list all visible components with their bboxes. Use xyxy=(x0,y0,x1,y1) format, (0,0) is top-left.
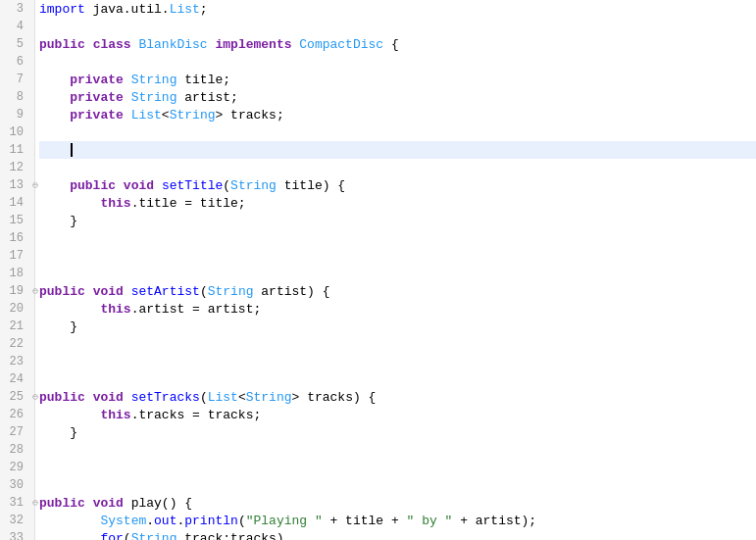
line-number: 29 xyxy=(0,461,29,474)
token-type: List xyxy=(208,390,238,405)
token-plain xyxy=(39,90,70,105)
code-line-11[interactable] xyxy=(39,141,756,159)
line-row-30: 30 xyxy=(0,476,34,494)
code-line-27[interactable]: } xyxy=(39,423,756,441)
code-line-30[interactable] xyxy=(39,476,756,494)
code-line-25[interactable]: public void setTracks(List<String> track… xyxy=(39,388,756,406)
code-line-7[interactable]: private String title; xyxy=(39,71,756,88)
token-plain xyxy=(124,284,131,299)
line-row-24: 24 xyxy=(0,370,34,388)
token-plain xyxy=(85,390,93,405)
code-area[interactable]: import java.util.List; public class Blan… xyxy=(35,0,756,540)
token-kw: public xyxy=(39,284,85,299)
code-line-21[interactable]: } xyxy=(39,318,756,335)
token-plain xyxy=(124,90,131,105)
line-row-14: 14 xyxy=(0,194,34,212)
token-kw: this xyxy=(100,408,130,422)
token-plain: ( xyxy=(124,531,131,541)
code-line-8[interactable]: private String artist; xyxy=(39,88,756,106)
line-row-16: 16 xyxy=(0,229,34,247)
token-plain xyxy=(39,302,100,317)
line-row-32: 32 xyxy=(0,512,34,529)
code-line-33[interactable]: for(String track:tracks) xyxy=(39,529,756,540)
line-number: 16 xyxy=(0,231,29,245)
line-row-22: 22 xyxy=(0,335,34,353)
line-number: 31 xyxy=(0,496,29,510)
token-type: String xyxy=(208,284,254,299)
token-plain xyxy=(85,37,93,52)
line-number: 12 xyxy=(0,161,29,174)
line-number: 27 xyxy=(0,425,29,439)
code-line-23[interactable] xyxy=(39,353,756,370)
line-number: 15 xyxy=(0,214,29,227)
line-number: 24 xyxy=(0,372,29,386)
line-number-gutter: 345678910111213⊖141516171819⊖20212223242… xyxy=(0,0,35,540)
code-line-20[interactable]: this.artist = artist; xyxy=(39,300,756,318)
token-kw: public xyxy=(39,390,85,405)
code-line-9[interactable]: private List<String> tracks; xyxy=(39,106,756,123)
line-number: 20 xyxy=(0,302,29,316)
code-line-22[interactable] xyxy=(39,335,756,353)
token-plain xyxy=(116,178,124,193)
line-row-18: 18 xyxy=(0,265,34,282)
code-line-5[interactable]: public class BlankDisc implements Compac… xyxy=(39,35,756,53)
token-method: setTitle xyxy=(162,178,223,193)
token-kw: private xyxy=(70,90,124,105)
code-line-14[interactable]: this.title = title; xyxy=(39,194,756,212)
line-row-9: 9 xyxy=(0,106,34,123)
code-line-18[interactable] xyxy=(39,265,756,282)
code-line-16[interactable] xyxy=(39,229,756,247)
code-line-6[interactable] xyxy=(39,53,756,71)
code-line-26[interactable]: this.tracks = tracks; xyxy=(39,406,756,423)
token-plain: > tracks; xyxy=(215,108,283,123)
code-line-3[interactable]: import java.util.List; xyxy=(39,0,756,18)
token-plain: java.util. xyxy=(85,2,170,17)
code-line-17[interactable] xyxy=(39,247,756,265)
line-row-3: 3 xyxy=(0,0,34,18)
line-row-17: 17 xyxy=(0,247,34,265)
code-line-12[interactable] xyxy=(39,159,756,176)
code-line-19[interactable]: public void setArtist(String artist) { xyxy=(39,282,756,300)
code-line-32[interactable]: System.out.println("Playing " + title + … xyxy=(39,512,756,529)
line-numbers: 345678910111213⊖141516171819⊖20212223242… xyxy=(0,0,34,540)
code-line-29[interactable] xyxy=(39,459,756,476)
line-row-31: 31⊖ xyxy=(0,494,34,512)
token-plain: artist; xyxy=(176,90,237,105)
token-type: List xyxy=(170,2,200,17)
token-plain: < xyxy=(238,390,246,405)
token-plain: + artist); xyxy=(452,514,536,528)
line-row-27: 27 xyxy=(0,423,34,441)
code-line-13[interactable]: public void setTitle(String title) { xyxy=(39,176,756,194)
token-plain: artist) { xyxy=(254,284,330,299)
token-kw: implements xyxy=(215,37,291,52)
code-line-24[interactable] xyxy=(39,370,756,388)
token-plain xyxy=(39,73,70,87)
line-number: 13 xyxy=(0,178,29,192)
line-number: 4 xyxy=(0,20,29,33)
token-string: "Playing " xyxy=(246,514,323,528)
token-kw: this xyxy=(100,302,130,317)
code-line-4[interactable] xyxy=(39,18,756,35)
token-type: String xyxy=(131,73,177,87)
line-row-15: 15 xyxy=(0,212,34,229)
code-line-15[interactable]: } xyxy=(39,212,756,229)
code-line-28[interactable] xyxy=(39,441,756,459)
token-plain: play() { xyxy=(124,496,192,511)
code-line-31[interactable]: public void play() { xyxy=(39,494,756,512)
line-number: 32 xyxy=(0,514,29,527)
token-plain xyxy=(39,514,100,528)
token-kw: void xyxy=(93,496,124,511)
token-plain: ( xyxy=(238,514,246,528)
token-plain xyxy=(85,284,93,299)
token-type: System xyxy=(100,514,146,528)
token-plain xyxy=(39,408,100,422)
line-number: 22 xyxy=(0,337,29,351)
line-row-20: 20 xyxy=(0,300,34,318)
line-number: 18 xyxy=(0,267,29,280)
line-number: 17 xyxy=(0,249,29,263)
code-line-10[interactable] xyxy=(39,123,756,141)
line-number: 21 xyxy=(0,319,29,333)
token-type: String xyxy=(131,531,177,541)
token-method: println xyxy=(184,514,238,528)
line-row-12: 12 xyxy=(0,159,34,176)
